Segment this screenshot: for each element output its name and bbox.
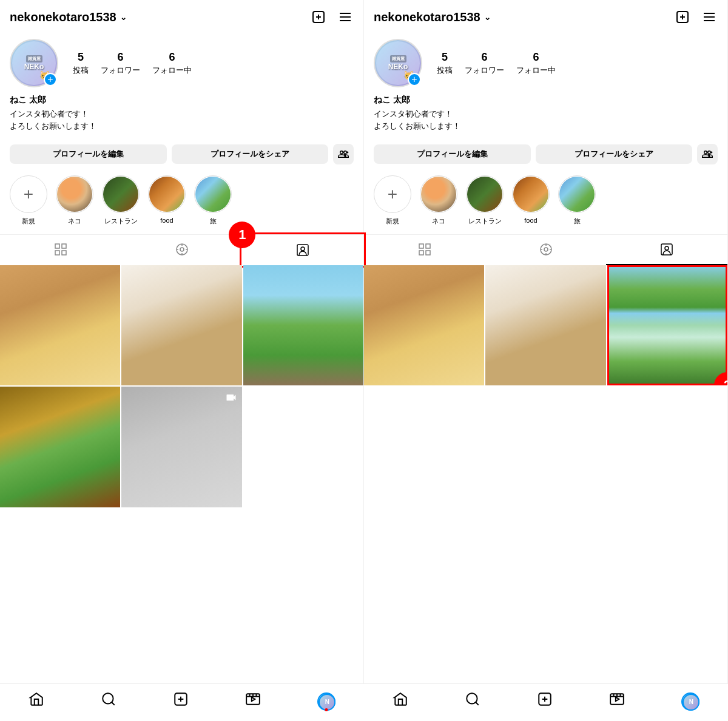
stat-following-label-left: フォロー中 xyxy=(152,65,192,76)
bottom-nav-left: N xyxy=(0,684,364,721)
story-new-label-right: 新規 xyxy=(386,217,399,226)
story-new-right[interactable]: + 新規 xyxy=(374,175,411,226)
avatar-main-text-right: NEKo xyxy=(388,63,408,71)
stat-following-right[interactable]: 6 フォロー中 xyxy=(516,51,556,76)
avatar-plus-left[interactable]: + xyxy=(44,73,57,86)
add-friend-button-right[interactable] xyxy=(697,144,718,164)
stat-followers-right[interactable]: 6 フォロワー xyxy=(465,51,504,76)
nav-reels-right[interactable] xyxy=(609,691,625,711)
story-new-circle-left[interactable]: + xyxy=(10,175,47,213)
share-profile-button-right[interactable]: プロフィールをシェア xyxy=(536,144,693,164)
svg-rect-30 xyxy=(419,251,423,255)
grid-cell-landscape[interactable] xyxy=(243,265,363,385)
story-travel-right[interactable]: 旅 xyxy=(558,175,596,226)
story-new-left[interactable]: + 新規 xyxy=(10,175,47,226)
svg-point-33 xyxy=(544,248,548,251)
story-food-label-left: food xyxy=(160,217,173,224)
stat-posts-label-right: 投稿 xyxy=(437,65,453,76)
stat-following-left[interactable]: 6 フォロー中 xyxy=(152,51,192,76)
stat-posts-right: 5 投稿 xyxy=(437,51,453,76)
story-food-circle-left[interactable] xyxy=(148,175,186,213)
avatar-wrap-left: 雑貨屋 NEKo 🐱 + xyxy=(10,39,58,87)
tab-reels-left[interactable] xyxy=(121,235,243,265)
menu-button-right[interactable] xyxy=(701,8,718,25)
video-badge xyxy=(225,391,237,407)
profile-section-right: 雑貨屋 NEKo 🐱 + 5 投稿 6 フォロワー xyxy=(364,34,727,139)
photo-grid-right: 2 xyxy=(364,265,727,385)
story-restaurant-right[interactable]: レストラン xyxy=(466,175,504,226)
profile-name-right: ねこ 太郎 xyxy=(374,95,718,106)
story-food-circle-right[interactable] xyxy=(512,175,550,213)
stats-row-right: 5 投稿 6 フォロワー 6 フォロー中 xyxy=(437,51,718,76)
story-neko-label-right: ネコ xyxy=(432,217,445,226)
tab-tagged-left[interactable]: 1 xyxy=(242,235,363,265)
add-friend-button-left[interactable] xyxy=(333,144,354,164)
grid-cell-grey[interactable] xyxy=(121,387,241,507)
menu-button-left[interactable] xyxy=(337,8,354,25)
nav-search-left[interactable] xyxy=(101,691,116,711)
nav-profile-left[interactable]: N xyxy=(317,692,335,711)
nav-profile-right[interactable]: N xyxy=(681,692,699,711)
tab-tagged-right[interactable] xyxy=(606,235,727,265)
tab-grid-left[interactable] xyxy=(0,235,121,265)
photo-grid-left xyxy=(0,265,363,507)
username-row-right[interactable]: nekonekotaro1538 ⌄ xyxy=(374,10,667,24)
svg-rect-8 xyxy=(55,244,59,248)
add-post-button-left[interactable] xyxy=(310,8,327,25)
top-bar-right: nekonekotaro1538 ⌄ xyxy=(364,0,727,34)
story-neko-circle-right[interactable] xyxy=(420,175,457,213)
avatar-top-text-left: 雑貨屋 xyxy=(26,55,42,63)
nav-add-left[interactable] xyxy=(173,691,189,711)
bio-line2-right: よろしくお願いします！ xyxy=(374,120,718,132)
grid-cell-waterfall[interactable]: 2 xyxy=(607,265,727,385)
story-restaurant-label-right: レストラン xyxy=(468,217,502,226)
grid-cell-food[interactable] xyxy=(121,265,241,385)
story-restaurant-circle-right[interactable] xyxy=(466,175,504,213)
add-post-button-right[interactable] xyxy=(674,8,691,25)
stat-posts-label-left: 投稿 xyxy=(73,65,89,76)
edit-profile-button-left[interactable]: プロフィールを編集 xyxy=(10,144,167,164)
story-food-right[interactable]: food xyxy=(512,175,550,226)
avatar-plus-right[interactable]: + xyxy=(408,73,421,86)
stat-followers-number-left: 6 xyxy=(117,51,123,64)
story-travel-circle-left[interactable] xyxy=(194,175,232,213)
grid-cell-food2[interactable] xyxy=(0,387,120,507)
svg-point-39 xyxy=(665,246,669,250)
profile-bio-right: インスタ初心者です！ よろしくお願いします！ xyxy=(374,108,718,132)
story-neko-circle-left[interactable] xyxy=(56,175,93,213)
nav-add-right[interactable] xyxy=(537,691,553,711)
avatar-top-text-right: 雑貨屋 xyxy=(390,55,406,63)
story-new-label-left: 新規 xyxy=(22,217,35,226)
story-neko-left[interactable]: ネコ xyxy=(56,175,93,226)
story-travel-circle-right[interactable] xyxy=(558,175,596,213)
grid-cell-cat[interactable] xyxy=(0,265,120,385)
top-bar-icons-right xyxy=(674,8,718,25)
stat-followers-left[interactable]: 6 フォロワー xyxy=(101,51,140,76)
tab-grid-right[interactable] xyxy=(364,235,485,265)
stat-followers-label-left: フォロワー xyxy=(101,65,140,76)
nav-reels-left[interactable] xyxy=(245,691,261,711)
story-restaurant-left[interactable]: レストラン xyxy=(102,175,140,226)
grid-cell-cat-right[interactable] xyxy=(364,265,484,385)
tab-reels-right[interactable] xyxy=(485,235,607,265)
stat-followers-label-right: フォロワー xyxy=(465,65,504,76)
nav-search-right[interactable] xyxy=(465,691,480,711)
share-profile-button-left[interactable]: プロフィールをシェア xyxy=(172,144,329,164)
edit-profile-button-right[interactable]: プロフィールを編集 xyxy=(374,144,531,164)
chevron-down-icon-left: ⌄ xyxy=(120,13,127,22)
story-travel-left[interactable]: 旅 xyxy=(194,175,232,226)
stat-following-number-right: 6 xyxy=(533,51,539,64)
stat-followers-number-right: 6 xyxy=(481,51,487,64)
story-restaurant-circle-left[interactable] xyxy=(102,175,140,213)
grid-cell-food-right[interactable] xyxy=(485,265,605,385)
nav-home-left[interactable] xyxy=(29,691,44,711)
bottom-nav-right: N xyxy=(364,684,728,721)
story-new-circle-right[interactable]: + xyxy=(374,175,411,213)
svg-point-40 xyxy=(103,693,113,703)
tabs-row-right xyxy=(364,234,727,265)
story-food-left[interactable]: food xyxy=(148,175,186,226)
story-food-label-right: food xyxy=(524,217,537,224)
story-neko-right[interactable]: ネコ xyxy=(420,175,457,226)
nav-home-right[interactable] xyxy=(393,691,408,711)
username-row-left[interactable]: nekonekotaro1538 ⌄ xyxy=(10,10,303,24)
